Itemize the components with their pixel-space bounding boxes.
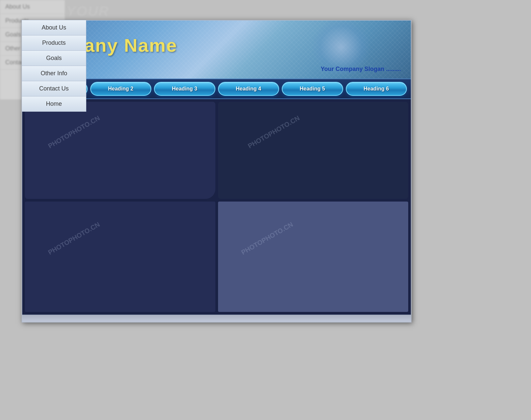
sidebar-item-products[interactable]: Products [22,35,86,50]
watermark-1: PHOTOPHOTO.CN [47,114,101,150]
content-panel-bottom-right: PHOTOPHOTO.CN [218,202,409,312]
sidebar: About Us Products Goals Other Info Conta… [22,20,86,112]
ghost-your-label: YOUR [66,3,109,19]
sidebar-item-contact-us[interactable]: Contact Us [22,81,86,96]
content-area: PHOTOPHOTO.CN PHOTOPHOTO.CN PHOTOPHOTO.C… [22,99,411,315]
content-panel-top-left: PHOTOPHOTO.CN [25,102,215,199]
watermark-3: PHOTOPHOTO.CN [47,221,101,257]
content-panel-top-right: PHOTOPHOTO.CN [218,102,409,199]
sidebar-item-other-info[interactable]: Other Info [22,66,86,81]
footer [22,315,411,322]
sidebar-item-goals[interactable]: Goals [22,50,86,66]
header-slogan: Your Company Slogan ......... [321,66,401,73]
nav-button-heading-6[interactable]: Heading 6 [346,82,407,96]
nav-button-heading-2[interactable]: Heading 2 [90,82,152,96]
nav-button-heading-5[interactable]: Heading 5 [282,82,343,96]
content-panel-bottom-left: PHOTOPHOTO.CN [25,202,215,312]
ghost-about-us: About Us [0,0,65,14]
nav-button-heading-3[interactable]: Heading 3 [154,82,215,96]
nav-button-heading-4[interactable]: Heading 4 [218,82,279,96]
watermark-2: PHOTOPHOTO.CN [247,114,301,150]
sidebar-item-home[interactable]: Home [22,96,86,112]
sidebar-item-about-us[interactable]: About Us [22,20,86,35]
watermark-4: PHOTOPHOTO.CN [240,221,294,257]
